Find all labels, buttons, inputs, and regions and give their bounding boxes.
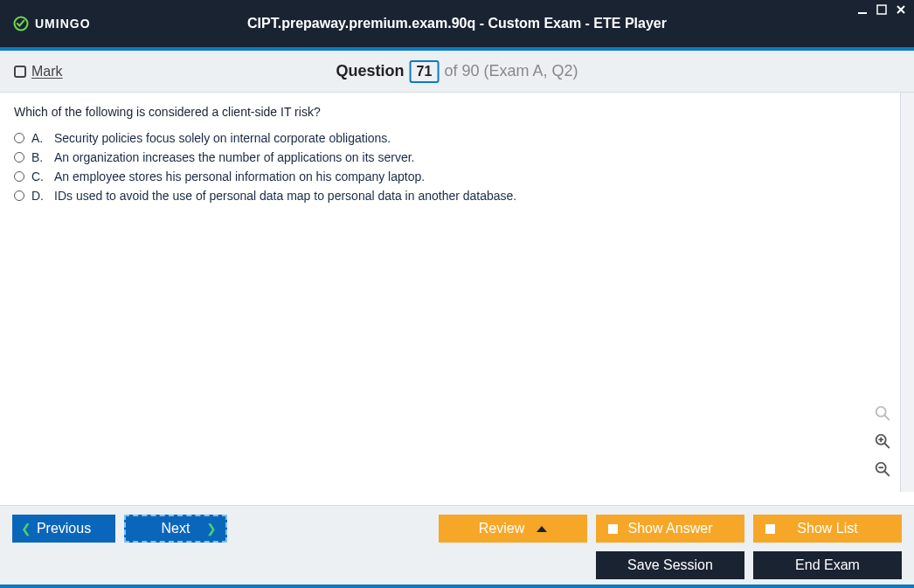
minimize-button[interactable] [856,3,869,16]
zoom-tools [872,403,893,480]
answer-letter: D. [31,189,47,203]
answer-text: An organization increases the number of … [54,150,414,164]
bottom-accent-line [0,585,914,588]
footer-bar: ❮ Previous Next ❯ Review Show Answer Sho… [0,505,914,588]
previous-label: Previous [37,521,91,536]
logo-text: UMINGO [35,17,91,31]
answer-option[interactable]: D. IDs used to avoid the use of personal… [14,189,900,203]
show-list-button[interactable]: Show List [753,515,902,543]
save-session-button[interactable]: Save Session [596,551,744,579]
save-session-label: Save Session [627,557,713,573]
svg-rect-1 [858,12,867,14]
radio-icon[interactable] [14,171,24,182]
window-controls [856,3,907,16]
answer-text: Security policies focus solely on intern… [54,131,391,145]
radio-icon[interactable] [14,190,24,201]
app-logo: UMINGO [12,15,91,32]
end-exam-button[interactable]: End Exam [753,551,902,579]
search-icon[interactable] [872,403,893,424]
answer-letter: B. [31,150,47,164]
next-label: Next [162,521,190,536]
title-bar: UMINGO CIPT.prepaway.premium.exam.90q - … [0,0,914,47]
review-button[interactable]: Review [439,515,587,543]
answer-text: IDs used to avoid the use of personal da… [54,189,516,203]
logo-check-icon [12,15,30,32]
answer-option[interactable]: C. An employee stores his personal infor… [14,169,900,183]
mark-toggle[interactable]: Mark [14,64,63,80]
end-exam-label: End Exam [795,557,860,573]
previous-button[interactable]: ❮ Previous [12,515,115,543]
answer-list: A. Security policies focus solely on int… [14,131,900,203]
answer-letter: C. [31,169,47,183]
triangle-up-icon [537,526,547,532]
radio-icon[interactable] [14,133,24,143]
svg-point-3 [876,407,886,417]
review-label: Review [479,521,524,536]
show-list-label: Show List [797,521,857,536]
maximize-button[interactable] [876,3,888,16]
question-text: Which of the following is considered a c… [14,105,900,119]
next-button[interactable]: Next ❯ [124,515,227,543]
square-icon [765,524,775,534]
question-counter: Question 71 of 90 (Exam A, Q2) [336,60,578,83]
chevron-left-icon: ❮ [21,522,31,536]
question-word: Question [336,62,405,80]
chevron-right-icon: ❯ [206,522,217,536]
answer-letter: A. [31,131,47,145]
mark-checkbox[interactable] [14,66,26,78]
answer-text: An employee stores his personal informat… [54,169,425,183]
close-button[interactable] [895,3,907,16]
scrollbar-track[interactable] [900,93,914,492]
mark-label: Mark [31,64,63,80]
question-total: of 90 (Exam A, Q2) [444,62,578,80]
show-answer-button[interactable]: Show Answer [596,515,744,543]
answer-option[interactable]: B. An organization increases the number … [14,150,900,164]
answer-option[interactable]: A. Security policies focus solely on int… [14,131,900,145]
zoom-out-icon[interactable] [872,459,893,480]
question-number-box: 71 [410,60,440,83]
show-answer-label: Show Answer [628,521,713,536]
svg-rect-2 [877,5,886,14]
question-header: Mark Question 71 of 90 (Exam A, Q2) [0,51,914,93]
question-body: Which of the following is considered a c… [0,93,914,492]
square-icon [608,524,618,534]
zoom-in-icon[interactable] [872,431,893,452]
radio-icon[interactable] [14,152,24,163]
window-title: CIPT.prepaway.premium.exam.90q - Custom … [247,16,667,31]
